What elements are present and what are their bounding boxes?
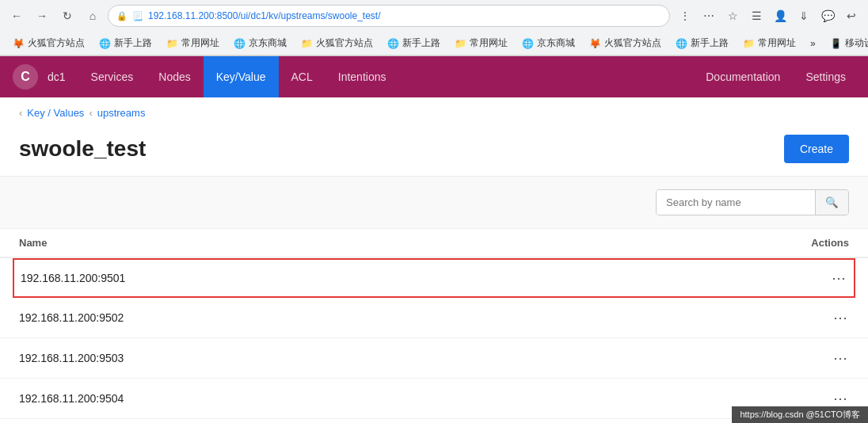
row-actions-4[interactable]: ⋯	[833, 390, 849, 407]
nav-items: Services Nodes Key/Value ACL Intentions	[78, 56, 697, 97]
bookmark-10[interactable]: 🌐 新手上路	[669, 34, 735, 52]
row-name-4[interactable]: 192.168.11.200:9504	[19, 392, 124, 405]
row-actions-1[interactable]: ⋯	[832, 269, 847, 287]
nav-bar: C dc1 Services Nodes Key/Value ACL Inten…	[0, 56, 868, 97]
bookmark-more[interactable]: »	[804, 36, 822, 51]
chat-button[interactable]: 💬	[817, 6, 838, 26]
grid-button[interactable]: ⋮	[675, 6, 695, 26]
bookmark-11[interactable]: 📁 常用网址	[737, 34, 802, 52]
main-content: ‹ Key / Values ‹ upstreams swoole_test C…	[0, 97, 868, 419]
mobile-icon: 📱	[830, 38, 842, 49]
star-button[interactable]: ☆	[722, 6, 743, 26]
page-header: swoole_test Create	[0, 128, 868, 176]
bookmarks-bar: 🦊 火狐官方站点 🌐 新手上路 📁 常用网址 🌐 京东商城 📁 火狐官方站点 🌐…	[0, 32, 868, 55]
address-bar[interactable]: 🔒 📃 192.168.11.200:8500/ui/dc1/kv/upstre…	[108, 5, 670, 27]
table-row: 192.168.11.200:9503 ⋯	[0, 338, 868, 379]
nav-documentation[interactable]: Documentation	[696, 70, 790, 83]
bottom-bar-text: https://blog.csdn @51CTO博客	[740, 410, 860, 419]
page-title: swoole_test	[19, 136, 146, 162]
bookmark-icon-9: 🦊	[589, 38, 601, 49]
search-area: 🔍	[0, 176, 868, 229]
bookmark-4[interactable]: 🌐 京东商城	[227, 34, 293, 52]
table-row: 192.168.11.200:9501 ⋯	[13, 258, 855, 298]
bookmark-6[interactable]: 🌐 新手上路	[381, 34, 447, 52]
search-input[interactable]	[657, 190, 815, 215]
bottom-bar: https://blog.csdn @51CTO博客	[732, 406, 868, 419]
refresh-button[interactable]: ↻	[57, 6, 78, 26]
url-text: 192.168.11.200:8500/ui/dc1/kv/upstreams/…	[148, 10, 661, 21]
row-name-3[interactable]: 192.168.11.200:9503	[19, 352, 124, 364]
search-button[interactable]: 🔍	[815, 190, 848, 215]
nav-right: Documentation Settings	[696, 70, 855, 83]
nav-intentions[interactable]: Intentions	[326, 56, 399, 97]
row-actions-3[interactable]: ⋯	[833, 349, 849, 367]
forward-button[interactable]: →	[32, 6, 52, 26]
back2-button[interactable]: ↩	[841, 6, 862, 26]
folder-icon-5: 📁	[301, 38, 313, 49]
nav-nodes[interactable]: Nodes	[146, 56, 203, 97]
bookmark-3[interactable]: 📁 常用网址	[160, 34, 226, 52]
nav-keyvalue[interactable]: Key/Value	[204, 56, 279, 97]
breadcrumb-upstreams[interactable]: upstreams	[97, 107, 146, 119]
table-header: Name Actions	[0, 229, 868, 258]
verified-icon: 📃	[132, 11, 143, 21]
chevron-left-icon: ‹	[19, 107, 22, 119]
bookmark-2[interactable]: 🌐 新手上路	[93, 34, 158, 52]
account-button[interactable]: 👤	[770, 6, 790, 26]
back-button[interactable]: ←	[6, 6, 27, 26]
row-name-2[interactable]: 192.168.11.200:9502	[19, 311, 124, 324]
breadcrumb-sep: ‹	[89, 107, 92, 119]
bookmark-5[interactable]: 📁 火狐官方站点	[295, 34, 379, 52]
table-body: 192.168.11.200:9501 ⋯ 192.168.11.200:950…	[0, 258, 868, 419]
row-name-1[interactable]: 192.168.11.200:9501	[21, 272, 125, 284]
folder-icon-11: 📁	[743, 38, 755, 49]
bookmark-icon-2: 🌐	[99, 38, 111, 49]
bookmark-8[interactable]: 🌐 京东商城	[516, 34, 581, 52]
breadcrumb: ‹ Key / Values ‹ upstreams	[0, 97, 868, 128]
folder-icon-4: 🌐	[234, 38, 246, 49]
folder-icon-8: 🌐	[522, 38, 534, 49]
folder-icon-7: 📁	[455, 38, 466, 49]
bookmark-icon-10: 🌐	[676, 38, 687, 49]
table-row: 192.168.11.200:9502 ⋯	[0, 298, 868, 338]
sidebar-button[interactable]: ☰	[746, 6, 767, 26]
create-button[interactable]: Create	[784, 135, 849, 163]
nav-acl[interactable]: ACL	[279, 56, 326, 97]
browser-actions: ⋮ ⋯ ☆ ☰ 👤 ⇓ 💬 ↩	[675, 6, 862, 26]
bookmark-1[interactable]: 🦊 火狐官方站点	[6, 34, 91, 52]
bookmark-mobile[interactable]: 📱 移动设备上...	[824, 34, 868, 52]
browser-toolbar: ← → ↻ ⌂ 🔒 📃 192.168.11.200:8500/ui/dc1/k…	[0, 0, 868, 32]
breadcrumb-keyvalues[interactable]: Key / Values	[27, 107, 84, 119]
nav-dc[interactable]: dc1	[48, 70, 66, 83]
bookmark-icon-1: 🦊	[13, 38, 25, 49]
browser-chrome: ← → ↻ ⌂ 🔒 📃 192.168.11.200:8500/ui/dc1/k…	[0, 0, 868, 56]
bookmark-icon-6: 🌐	[387, 38, 399, 49]
bookmark-7[interactable]: 📁 常用网址	[448, 34, 514, 52]
nav-settings[interactable]: Settings	[796, 70, 855, 83]
col-name-header: Name	[19, 237, 47, 249]
search-icon: 🔍	[825, 196, 839, 208]
row-actions-2[interactable]: ⋯	[833, 309, 849, 326]
folder-icon-3: 📁	[166, 38, 178, 49]
more-button[interactable]: ⋯	[699, 6, 719, 26]
col-actions-header: Actions	[811, 237, 849, 249]
nav-logo: C	[13, 64, 38, 90]
nav-services[interactable]: Services	[78, 56, 147, 97]
home-button[interactable]: ⌂	[82, 6, 103, 26]
security-icon: 🔒	[116, 11, 128, 21]
search-input-wrapper: 🔍	[656, 189, 849, 215]
bookmark-9[interactable]: 🦊 火狐官方站点	[583, 34, 668, 52]
download-button[interactable]: ⇓	[794, 6, 814, 26]
